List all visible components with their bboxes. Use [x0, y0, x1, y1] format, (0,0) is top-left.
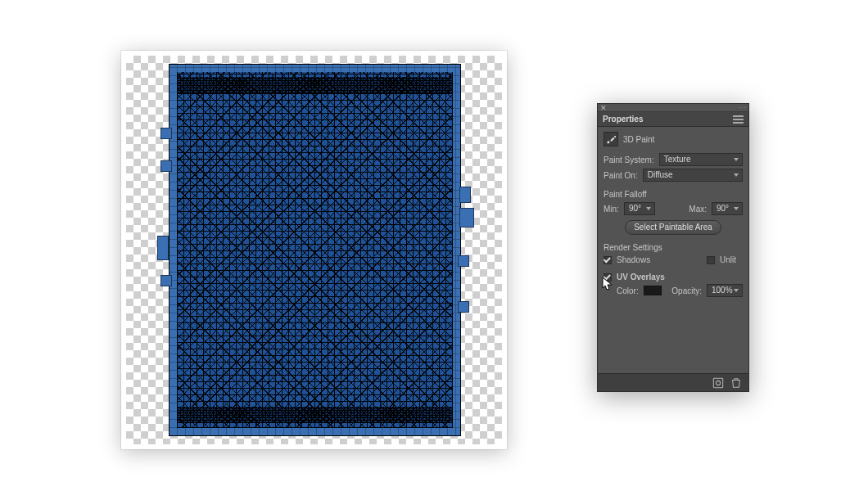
- paint-on-label: Paint On:: [604, 171, 638, 180]
- properties-panel: ✕ Properties 3D Paint Paint System: Text…: [597, 103, 749, 392]
- overlay-color-swatch[interactable]: [644, 286, 662, 295]
- panel-menu-icon[interactable]: [733, 115, 744, 124]
- paint-system-value: Texture: [664, 155, 691, 164]
- falloff-max-label: Max:: [689, 205, 707, 214]
- paint-falloff-title: Paint Falloff: [604, 190, 743, 199]
- uv-edge-bump: [459, 208, 474, 227]
- uv-dense-mesh: [177, 72, 453, 428]
- uv-edge-bump: [458, 255, 469, 267]
- overlay-color-label: Color:: [617, 286, 639, 295]
- falloff-min-label: Min:: [604, 205, 619, 214]
- brush-icon[interactable]: [604, 132, 618, 146]
- chevron-down-icon: [734, 158, 739, 161]
- overlay-opacity-label: Opacity:: [671, 286, 702, 295]
- chevron-down-icon: [646, 207, 651, 210]
- select-paintable-area-button[interactable]: Select Paintable Area: [625, 220, 721, 235]
- shadows-label: Shadows: [617, 255, 650, 264]
- unlit-checkbox[interactable]: [707, 256, 715, 264]
- uv-dense-band-top: [177, 77, 453, 93]
- paint-on-value: Diffuse: [648, 170, 673, 179]
- uv-map-texture: [169, 64, 461, 436]
- overlay-opacity-dropdown[interactable]: 100%: [707, 284, 743, 297]
- paint-on-dropdown[interactable]: Diffuse: [643, 169, 743, 182]
- panel-footer: [598, 373, 748, 391]
- uv-edge-bump: [458, 301, 469, 313]
- uv-edge-bump: [160, 128, 172, 139]
- close-icon[interactable]: ✕: [600, 105, 607, 111]
- paint-system-dropdown[interactable]: Texture: [659, 153, 743, 166]
- grip-icon[interactable]: [739, 106, 745, 110]
- render-settings-icon[interactable]: [712, 377, 724, 389]
- section-3d-paint-label: 3D Paint: [623, 135, 654, 144]
- falloff-max-dropdown[interactable]: 90°: [712, 202, 743, 215]
- shadows-checkbox[interactable]: [604, 256, 612, 264]
- panel-title: Properties: [603, 115, 643, 124]
- uv-overlays-label: UV Overlays: [617, 273, 665, 282]
- uv-edge-bump: [160, 275, 172, 286]
- uv-edge-bump: [459, 187, 471, 203]
- paint-system-label: Paint System:: [604, 155, 654, 164]
- uv-edge-bump: [160, 160, 172, 172]
- uv-edge-bump: [157, 236, 169, 260]
- svg-point-1: [716, 381, 720, 385]
- chevron-down-icon: [734, 173, 739, 177]
- panel-drag-bar[interactable]: ✕: [598, 104, 748, 112]
- panel-title-bar: Properties: [598, 112, 748, 127]
- overlay-opacity-value: 100%: [712, 286, 733, 295]
- chevron-down-icon: [734, 289, 739, 292]
- falloff-min-dropdown[interactable]: 90°: [624, 202, 655, 215]
- mouse-cursor-icon: [602, 277, 613, 291]
- falloff-min-value: 90°: [629, 204, 641, 213]
- uv-dense-band-bottom: [177, 407, 453, 423]
- falloff-max-value: 90°: [717, 204, 729, 213]
- svg-rect-0: [713, 378, 722, 387]
- trash-icon[interactable]: [730, 377, 742, 389]
- chevron-down-icon: [734, 207, 739, 210]
- unlit-label: Unlit: [720, 255, 736, 264]
- document-canvas[interactable]: [121, 51, 507, 449]
- render-settings-title: Render Settings: [604, 243, 743, 252]
